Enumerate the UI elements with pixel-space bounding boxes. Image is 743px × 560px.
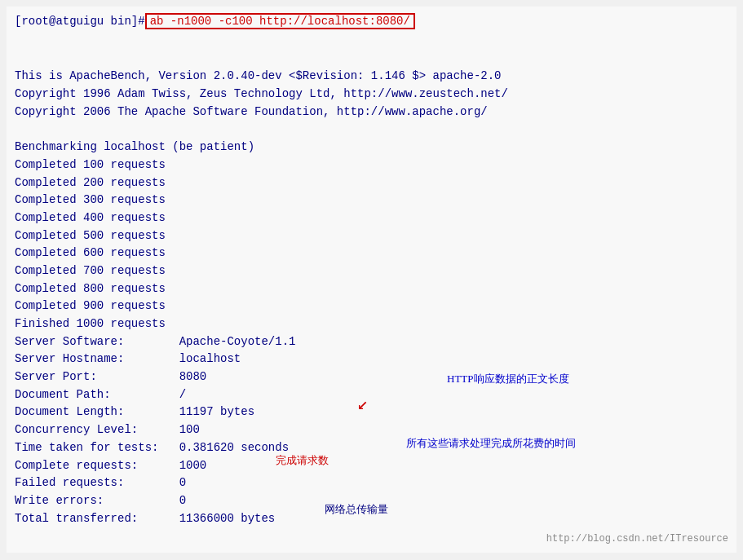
annotation-http-response-label: HTTP响应数据的正文长度 [447, 372, 569, 386]
output-line-c100: Completed 100 requests [15, 158, 166, 171]
output-line-c800: Completed 800 requests [15, 282, 166, 295]
output-line-copyright2: Copyright 2006 The Apache Software Found… [15, 105, 488, 118]
prompt-line: [root@atguigu bin]# ab -n1000 -c100 http… [15, 13, 728, 29]
output-line-apachebench: This is ApacheBench, Version 2.0.40-dev … [15, 69, 502, 82]
output-line-doc-length: Document Length: 11197 bytes [15, 405, 254, 418]
output-line-c900: Completed 900 requests [15, 299, 166, 312]
output-line-total-transferred: Total transferred: 11366000 bytes [15, 512, 275, 525]
output-line-complete-req: Complete requests: 1000 [15, 459, 206, 472]
output-line-server-port: Server Port: 8080 [15, 370, 206, 383]
output-block: This is ApacheBench, Version 2.0.40-dev … [15, 33, 728, 545]
output-line-copyright1: Copyright 1996 Adam Twiss, Zeus Technolo… [15, 87, 508, 100]
output-line-server-software: Server Software: Apache-Coyote/1.1 [15, 335, 295, 348]
output-line-doc-path: Document Path: / [15, 388, 186, 401]
output-line-write-errors: Write errors: 0 [15, 494, 186, 507]
annotation-complete-requests-label: 完成请求数 [276, 453, 329, 468]
output-line-concurrency: Concurrency Level: 100 [15, 423, 200, 436]
output-line-c400: Completed 400 requests [15, 211, 166, 224]
output-line-failed-req: Failed requests: 0 [15, 476, 186, 489]
command-box: ab -n1000 -c100 http://localhost:8080/ [145, 13, 415, 29]
prompt-text: [root@atguigu bin]# [15, 15, 145, 28]
annotation-time-label: 所有这些请求处理完成所花费的时间 [406, 436, 576, 451]
annotation-network-total-label: 网络总传输量 [325, 502, 388, 517]
output-line-c500: Completed 500 requests [15, 229, 166, 242]
output-line-c700: Completed 700 requests [15, 264, 166, 277]
terminal-window: [root@atguigu bin]# ab -n1000 -c100 http… [7, 7, 736, 553]
output-line-c200: Completed 200 requests [15, 176, 166, 189]
output-line-finished: Finished 1000 requests [15, 317, 166, 330]
annotation-arrow-doc-length: ↙ [357, 393, 368, 415]
output-line-benchmarking: Benchmarking localhost (be patient) [15, 140, 254, 153]
output-line-time-taken: Time taken for tests: 0.381620 seconds [15, 441, 289, 454]
output-line-server-hostname: Server Hostname: localhost [15, 352, 241, 365]
output-line-c600: Completed 600 requests [15, 246, 166, 259]
watermark: http://blog.csdn.net/ITresource [546, 533, 728, 545]
output-line-c300: Completed 300 requests [15, 193, 166, 206]
